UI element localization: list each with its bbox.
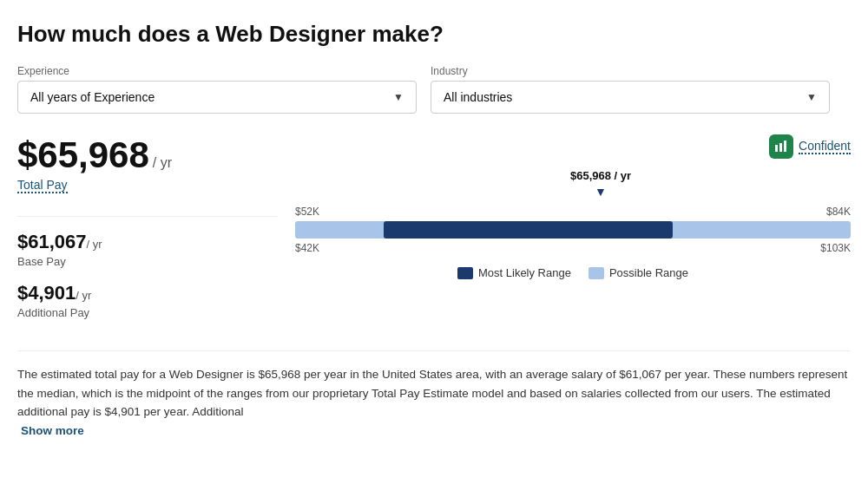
additional-pay-unit: / yr	[76, 289, 91, 302]
total-pay-value: $65,968	[17, 134, 149, 176]
experience-chevron-icon: ▼	[393, 91, 404, 103]
industry-dropdown[interactable]: All industries ▼	[431, 81, 830, 114]
base-pay-row: $61,067/ yr Base Pay	[17, 231, 278, 268]
page-title: How much does a Web Designer make?	[17, 21, 851, 48]
industry-value: All industries	[444, 90, 512, 104]
base-pay-amount-row: $61,067/ yr	[17, 231, 278, 253]
bar-bottom-left-label: $42K	[295, 242, 319, 254]
bar-bottom-right-label: $103K	[820, 242, 851, 254]
pay-left: $65,968/ yr Total Pay $61,067/ yr Base P…	[17, 134, 278, 333]
base-pay-label: Base Pay	[17, 255, 278, 268]
experience-dropdown[interactable]: All years of Experience ▼	[17, 81, 417, 114]
most-likely-legend: Most Likely Range	[457, 266, 571, 279]
chart-container: $65,968 / yr ▼ $52K $84K $42K $103K	[295, 143, 851, 279]
total-pay-amount-row: $65,968/ yr	[17, 134, 278, 176]
bar-bottom-labels: $42K $103K	[295, 242, 851, 254]
additional-pay-row: $4,901/ yr Additional Pay	[17, 282, 278, 319]
additional-pay-label: Additional Pay	[17, 306, 278, 319]
filters-row: Experience All years of Experience ▼ Ind…	[17, 65, 851, 114]
total-pay-label[interactable]: Total Pay	[17, 178, 68, 193]
chart-legend: Most Likely Range Possible Range	[295, 266, 851, 279]
experience-value: All years of Experience	[30, 90, 155, 104]
description-text: The estimated total pay for a Web Design…	[17, 365, 851, 422]
base-pay-unit: / yr	[87, 238, 102, 251]
salary-bar	[295, 221, 851, 239]
total-pay-unit: / yr	[153, 155, 172, 171]
industry-filter-group: Industry All industries ▼	[431, 65, 830, 114]
additional-pay-amount-row: $4,901/ yr	[17, 282, 278, 304]
base-pay-value: $61,067	[17, 231, 87, 252]
experience-filter-group: Experience All years of Experience ▼	[17, 65, 417, 114]
most-likely-bar	[384, 221, 673, 239]
most-likely-legend-label: Most Likely Range	[478, 266, 571, 279]
industry-label: Industry	[431, 65, 830, 77]
median-arrow-icon: ▼	[595, 185, 607, 199]
pay-chart: Confident $65,968 / yr ▼ $52K $84K $42K …	[278, 134, 851, 279]
median-label: $65,968 / yr	[570, 169, 631, 182]
industry-chevron-icon: ▼	[806, 91, 817, 103]
most-likely-swatch	[457, 267, 473, 279]
additional-pay-value: $4,901	[17, 282, 76, 304]
possible-legend-label: Possible Range	[609, 266, 688, 279]
bar-top-right-label: $84K	[826, 206, 851, 218]
experience-label: Experience	[17, 65, 417, 77]
show-more-button[interactable]: Show more	[21, 424, 84, 437]
bar-top-left-label: $52K	[295, 206, 319, 218]
description-section: The estimated total pay for a Web Design…	[17, 350, 851, 440]
possible-legend: Possible Range	[589, 266, 688, 279]
possible-swatch	[589, 267, 604, 279]
pay-section: $65,968/ yr Total Pay $61,067/ yr Base P…	[17, 134, 851, 333]
bar-top-labels: $52K $84K	[295, 206, 851, 218]
